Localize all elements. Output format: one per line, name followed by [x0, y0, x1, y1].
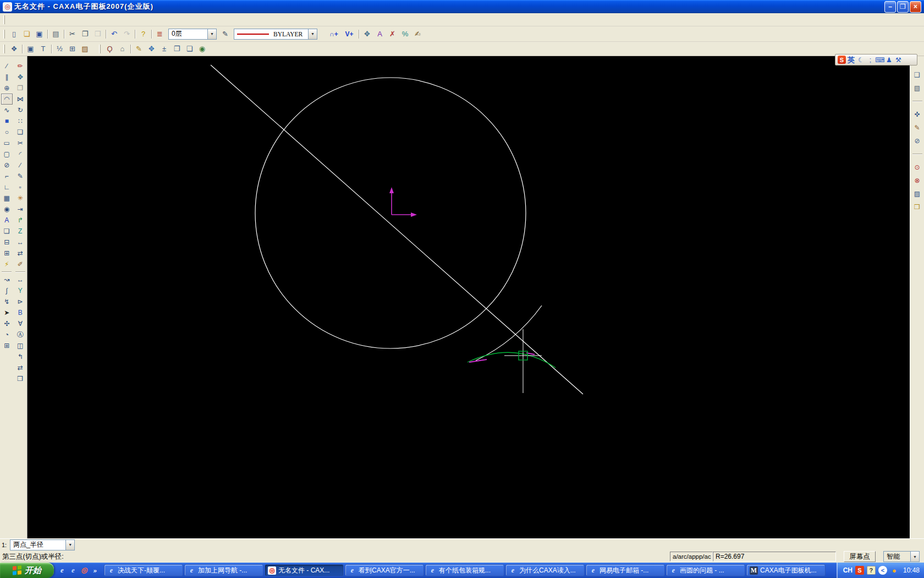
- zoom-inout-button[interactable]: ±: [158, 43, 170, 55]
- pointer-tool[interactable]: ➤: [1, 307, 13, 318]
- spline-tool[interactable]: ∿: [1, 105, 13, 116]
- mirror-tool[interactable]: ⋈: [14, 94, 26, 105]
- tray-sogou-icon[interactable]: S: [855, 566, 864, 575]
- save-button[interactable]: ▣: [33, 28, 46, 40]
- paper-frame-button[interactable]: ▣: [24, 43, 37, 55]
- separator[interactable]: [357, 28, 361, 40]
- task-button[interactable]: e 画圆的问题 - ...: [666, 564, 745, 576]
- tray-back-icon[interactable]: <: [878, 566, 887, 575]
- ole-object-tool[interactable]: ◉: [1, 204, 13, 215]
- task-button[interactable]: e 加加上网导航 -...: [184, 564, 263, 576]
- pan-button[interactable]: ✥: [145, 43, 158, 55]
- hatch-fill-tool[interactable]: ■: [1, 116, 13, 127]
- dim-align-tool[interactable]: ⇄: [14, 248, 26, 259]
- rotate-tool[interactable]: ↻: [14, 105, 26, 116]
- ime-user-icon[interactable]: ♟: [884, 56, 894, 64]
- block-arrow-tool[interactable]: ↱: [14, 215, 26, 226]
- gear-tool[interactable]: ✣: [1, 318, 13, 329]
- task-button[interactable]: e 为什么CAXA读入...: [505, 564, 585, 576]
- menu-item[interactable]: [97, 19, 107, 21]
- chevron-down-icon[interactable]: ▼: [308, 29, 317, 39]
- divider[interactable]: [911, 148, 923, 161]
- pen-style-hb-tool[interactable]: ⊟: [1, 237, 13, 248]
- erase-edit-button[interactable]: ⊘: [911, 134, 923, 148]
- axis-tool[interactable]: ∟: [1, 182, 13, 193]
- corner-line-tool[interactable]: ⌐: [1, 171, 13, 182]
- parallel-line-tool[interactable]: ∥: [1, 72, 13, 83]
- rectangle-tool[interactable]: ▭: [1, 138, 13, 149]
- paste-block-tool[interactable]: ❐: [14, 83, 26, 94]
- paste-button[interactable]: ❒: [91, 28, 104, 40]
- print-button[interactable]: ▤: [50, 28, 62, 40]
- zoom-previous-button[interactable]: ❏: [183, 43, 196, 55]
- zigzag-tool[interactable]: ↯: [1, 296, 13, 307]
- separator[interactable]: [133, 28, 137, 40]
- sogou-logo-icon[interactable]: S: [838, 56, 846, 64]
- divider[interactable]: [911, 95, 923, 108]
- scale-style-button[interactable]: %: [399, 28, 411, 40]
- format-brush-tool[interactable]: ✐: [14, 259, 26, 270]
- menu-item[interactable]: [8, 19, 18, 21]
- divider[interactable]: [14, 270, 26, 274]
- fillet-tool[interactable]: ◜: [14, 149, 26, 160]
- fit-window-button[interactable]: ❖: [8, 43, 20, 55]
- move-tool[interactable]: ✥: [14, 72, 26, 83]
- ime-mode-icon[interactable]: ☾: [856, 56, 866, 64]
- menu-item[interactable]: [18, 19, 28, 21]
- start-button[interactable]: 开始: [0, 563, 54, 578]
- help-button[interactable]: ?: [137, 28, 150, 40]
- linetype-button[interactable]: ✎: [219, 28, 232, 40]
- menu-item[interactable]: [57, 19, 67, 21]
- text-tool[interactable]: A: [1, 215, 13, 226]
- trim-tool[interactable]: ✂: [14, 138, 26, 149]
- divider[interactable]: [1, 270, 13, 274]
- text-style-button[interactable]: A: [373, 28, 386, 40]
- task-button[interactable]: e 决战天下-颠覆...: [104, 564, 183, 576]
- close-button[interactable]: ×: [910, 1, 921, 13]
- zoom-dynamic-button[interactable]: Ϙ: [103, 43, 116, 55]
- layer-settings-button[interactable]: ≣: [153, 28, 166, 40]
- tolerance-tool[interactable]: ⊳: [14, 296, 26, 307]
- menu-item[interactable]: [47, 19, 57, 21]
- undo-button[interactable]: ↶: [108, 28, 120, 40]
- block-in-button[interactable]: ❑: [911, 68, 923, 81]
- snap-mode-combo[interactable]: 智能 ▼: [883, 551, 920, 562]
- restore-button[interactable]: ❐: [897, 1, 909, 13]
- menu-item[interactable]: [77, 19, 87, 21]
- palette-button[interactable]: ▨: [79, 43, 91, 55]
- polygon-tool[interactable]: ▢: [1, 149, 13, 160]
- hatch-pattern-tool[interactable]: ▦: [1, 193, 13, 204]
- separator[interactable]: [62, 28, 66, 40]
- find-annotation-tool[interactable]: ❒: [14, 373, 26, 384]
- tray-help-icon[interactable]: ?: [867, 566, 876, 575]
- task-button[interactable]: M CAXA电子图板机...: [746, 564, 826, 576]
- block-tool[interactable]: ❏: [1, 226, 13, 237]
- quicklaunch-expand-icon[interactable]: »: [90, 565, 100, 575]
- dim-horizontal-tool[interactable]: ↔: [14, 237, 26, 248]
- task-button[interactable]: e 网易电子邮箱 -...: [586, 564, 665, 576]
- ime-punct-icon[interactable]: ;: [866, 56, 875, 64]
- ime-keyboard-icon[interactable]: ⌨: [875, 56, 884, 64]
- array-tool[interactable]: ∷: [14, 116, 26, 127]
- separator[interactable]: [150, 28, 153, 40]
- quicklaunch-ie-icon[interactable]: e: [57, 565, 67, 575]
- cut-button[interactable]: ✂: [66, 28, 79, 40]
- wave-line-tool[interactable]: ∫: [1, 285, 13, 296]
- separator[interactable]: [20, 43, 24, 55]
- section-box-tool[interactable]: ⊞: [1, 340, 13, 351]
- pick-edit-button[interactable]: ✜: [911, 108, 923, 121]
- block-flash-button[interactable]: ❒: [911, 200, 923, 214]
- menu-item[interactable]: [37, 19, 47, 21]
- polar-toggle-button[interactable]: V+: [342, 28, 357, 40]
- tray-clock-icon[interactable]: ●: [890, 566, 899, 575]
- assistant-button[interactable]: ✍: [411, 28, 424, 40]
- minimize-button[interactable]: –: [884, 1, 896, 13]
- dim-linear-tool[interactable]: ↔: [14, 274, 26, 285]
- zoom-window-button[interactable]: ❐: [170, 43, 183, 55]
- point-mode-button[interactable]: 屏幕点: [844, 551, 876, 562]
- delete-tool[interactable]: ✏: [14, 61, 26, 72]
- redo-button[interactable]: ↷: [120, 28, 133, 40]
- pen-width-hb-tool[interactable]: ⊞: [1, 248, 13, 259]
- spray-tool[interactable]: ✳: [14, 193, 26, 204]
- text-pair-tool[interactable]: ⇄: [14, 362, 26, 373]
